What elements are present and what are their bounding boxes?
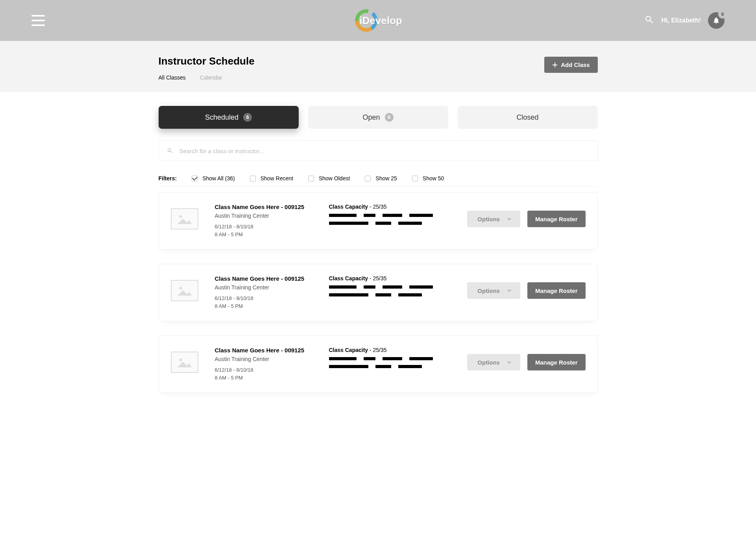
svg-point-6 [179, 287, 182, 290]
filter-show-oldest[interactable]: Show Oldest [308, 175, 350, 181]
class-dates: 6/12/18 - 8/10/18 [215, 294, 329, 302]
checkbox-icon [412, 176, 418, 181]
tab-closed[interactable]: Closed [458, 106, 598, 129]
class-title: Class Name Goes Here - 009125 [215, 204, 329, 210]
filter-show-25[interactable]: Show 25 [365, 175, 397, 181]
tab-open[interactable]: Open 6 [308, 106, 448, 129]
chevron-down-icon [507, 360, 512, 365]
checkbox-icon [308, 176, 314, 181]
class-location: Austin Training Center [215, 284, 329, 291]
class-search[interactable] [159, 141, 598, 161]
notification-count: 0 [719, 11, 726, 18]
manage-roster-button[interactable]: Manage Roster [527, 354, 586, 370]
class-thumbnail [171, 208, 198, 230]
class-search-input[interactable] [179, 148, 590, 154]
tab-open-label: Open [362, 113, 380, 122]
filter-show-recent[interactable]: Show Recent [250, 175, 293, 181]
capacity-bars [329, 357, 456, 368]
class-hours: 8 AM - 5 PM [215, 374, 329, 382]
class-hours: 8 AM - 5 PM [215, 231, 329, 239]
search-icon [167, 148, 173, 154]
checkbox-icon [365, 176, 371, 181]
app-logo: iDevelop [354, 8, 402, 33]
class-location: Austin Training Center [215, 213, 329, 219]
filter-show-50[interactable]: Show 50 [412, 175, 444, 181]
class-hours: 8 AM - 5 PM [215, 302, 329, 310]
notifications-button[interactable]: 0 [708, 12, 725, 29]
tab-closed-label: Closed [516, 113, 538, 122]
manage-roster-button[interactable]: Manage Roster [527, 211, 586, 227]
tab-scheduled-count: 6 [243, 113, 252, 122]
page-title: Instructor Schedule [159, 55, 598, 67]
image-placeholder-icon [176, 212, 193, 226]
logo-text: iDevelop [359, 15, 402, 27]
manage-roster-button[interactable]: Manage Roster [527, 282, 586, 299]
options-button[interactable]: Options [467, 211, 520, 227]
class-capacity: Class Capacity - 25/35 [329, 347, 456, 353]
class-capacity: Class Capacity - 25/35 [329, 204, 456, 210]
chevron-down-icon [507, 217, 512, 221]
class-card: Class Name Goes Here - 009125 Austin Tra… [159, 264, 598, 321]
image-placeholder-icon [176, 284, 193, 297]
svg-point-8 [179, 359, 182, 361]
class-thumbnail [171, 280, 198, 301]
filters-label: Filters: [159, 175, 177, 181]
bell-icon [712, 17, 720, 24]
class-card: Class Name Goes Here - 009125 Austin Tra… [159, 335, 598, 393]
image-placeholder-icon [176, 356, 193, 369]
tab-scheduled-label: Scheduled [205, 113, 238, 122]
add-class-button[interactable]: Add Class [544, 57, 597, 73]
tab-scheduled[interactable]: Scheduled 6 [159, 106, 299, 129]
nav-calendar[interactable]: Calendar [200, 74, 222, 81]
class-dates: 6/12/18 - 8/10/18 [215, 223, 329, 231]
tab-open-count: 6 [385, 113, 394, 122]
menu-button[interactable] [31, 15, 45, 26]
plus-icon [552, 62, 558, 68]
class-title: Class Name Goes Here - 009125 [215, 275, 329, 282]
filter-show-all[interactable]: Show All (36) [192, 175, 235, 181]
class-thumbnail [171, 352, 198, 373]
checkbox-icon [192, 176, 198, 181]
options-button[interactable]: Options [467, 282, 520, 299]
chevron-down-icon [507, 288, 512, 293]
nav-all-classes[interactable]: All Classes [159, 74, 186, 81]
class-location: Austin Training Center [215, 356, 329, 362]
class-card: Class Name Goes Here - 009125 Austin Tra… [159, 192, 598, 250]
add-class-label: Add Class [561, 61, 590, 68]
class-capacity: Class Capacity - 25/35 [329, 275, 456, 281]
class-dates: 6/12/18 - 8/10/18 [215, 366, 329, 374]
options-button[interactable]: Options [467, 354, 520, 370]
search-icon[interactable] [644, 15, 654, 26]
user-greeting: Hi, Elizabeth! [662, 17, 701, 24]
capacity-bars [329, 285, 456, 296]
class-title: Class Name Goes Here - 009125 [215, 347, 329, 354]
svg-point-4 [179, 215, 182, 218]
capacity-bars [329, 214, 456, 225]
checkbox-icon [250, 176, 256, 181]
